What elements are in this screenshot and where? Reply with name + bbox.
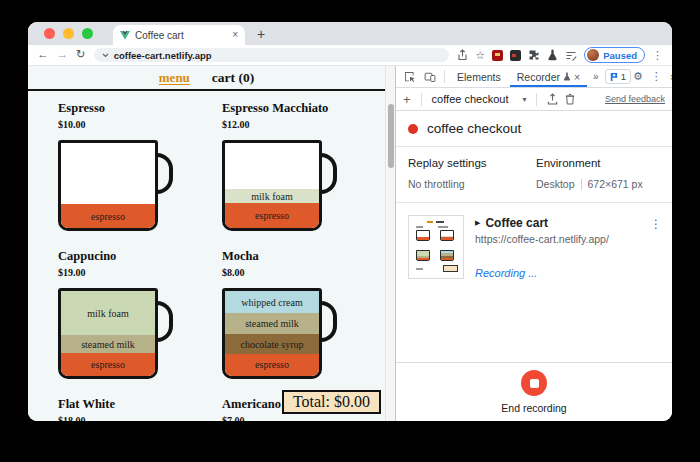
bookmark-star-icon[interactable]: ☆ xyxy=(475,49,485,62)
environment-label: Environment xyxy=(536,157,660,169)
cup-handle-icon xyxy=(155,301,173,342)
devtools-controls: ⚙ ⋮ × xyxy=(633,70,672,83)
cup-handle-icon xyxy=(155,153,173,194)
send-feedback-link[interactable]: Send feedback xyxy=(605,94,665,104)
tab-close-icon[interactable]: × xyxy=(232,30,238,40)
new-tab-button[interactable]: + xyxy=(257,27,265,41)
step-title: Coffee cart xyxy=(485,216,548,230)
devtools-settings-icon[interactable]: ⚙ xyxy=(633,70,643,83)
url-bar[interactable]: coffee-cart.netlify.app xyxy=(94,48,450,62)
recorder-footer: End recording xyxy=(396,362,672,421)
coffee-cup[interactable]: whipped creamsteamed milkchocolate syrup… xyxy=(222,288,322,379)
mini-cup xyxy=(416,250,430,261)
nav-menu-link[interactable]: menu xyxy=(159,70,190,86)
thumb-total-chip xyxy=(443,265,458,272)
cup-body: whipped creamsteamed milkchocolate syrup… xyxy=(222,288,322,379)
menu-item[interactable]: Flat White $18.00 xyxy=(58,397,222,421)
recorder-toolbar: + coffee checkout ▾ Send feedback xyxy=(396,88,672,111)
browser-menu-icon[interactable]: ⋮ xyxy=(652,49,663,62)
devtools-panel: Elements Recorder × » 1 ⚙ xyxy=(395,66,672,421)
browser-window: Coffee cart × + ← → ↻ coffee-cart.netlif… xyxy=(28,22,672,421)
extension-red-icon[interactable] xyxy=(492,50,503,61)
thumb-decoration xyxy=(436,221,444,223)
tab-elements[interactable]: Elements xyxy=(450,66,508,87)
cup-layer: milk foam xyxy=(61,291,155,335)
forward-button[interactable]: → xyxy=(57,49,69,61)
share-icon[interactable] xyxy=(457,49,468,61)
cup-layer: espresso xyxy=(61,353,155,376)
menu-item[interactable]: Espresso Macchiato $12.00 milk foamespre… xyxy=(222,101,385,249)
recording-select[interactable]: coffee checkout ▾ xyxy=(432,93,527,105)
issues-counter[interactable]: 1 xyxy=(605,69,631,84)
cup-layer: steamed milk xyxy=(61,335,155,353)
coffee-cup[interactable]: milk foamespresso xyxy=(222,140,322,231)
item-price: $7.00 xyxy=(222,414,385,421)
recording-dot-icon xyxy=(408,124,418,134)
export-recording-icon[interactable] xyxy=(547,93,558,105)
browser-tab[interactable]: Coffee cart × xyxy=(113,25,245,45)
thumb-decoration xyxy=(438,226,448,228)
thumb-decoration xyxy=(416,268,423,270)
coffee-cup[interactable]: espresso xyxy=(58,140,158,231)
replay-settings-group[interactable]: Replay settings No throttling xyxy=(408,157,536,190)
add-recording-button[interactable]: + xyxy=(403,93,411,106)
delete-recording-icon[interactable] xyxy=(565,93,575,105)
devtools-close-icon[interactable]: × xyxy=(670,71,672,83)
divider xyxy=(581,179,582,190)
item-name: Espresso xyxy=(58,101,222,116)
divider xyxy=(444,70,445,83)
profile-paused-badge[interactable]: Paused xyxy=(584,47,645,63)
device-toolbar-icon[interactable] xyxy=(421,71,439,83)
cup-body: espresso xyxy=(58,140,158,231)
issues-flag-icon xyxy=(610,73,618,81)
tab-recorder[interactable]: Recorder × xyxy=(510,66,587,87)
reload-button[interactable]: ↻ xyxy=(76,49,86,61)
cup-layer: espresso xyxy=(225,203,319,228)
page-scrollbar[interactable] xyxy=(385,66,395,421)
extension-dark-icon[interactable] xyxy=(510,50,521,61)
scrollbar-thumb[interactable] xyxy=(388,104,394,168)
cup-layer: espresso xyxy=(225,354,319,376)
thumb-decoration xyxy=(416,226,423,228)
window-content: menu cart (0) Espresso $10.00 espresso E… xyxy=(28,66,672,421)
window-minimize-button[interactable] xyxy=(63,28,74,39)
recording-settings: Replay settings No throttling Environmen… xyxy=(396,147,672,203)
url-text: coffee-cart.netlify.app xyxy=(114,50,212,61)
replay-settings-label: Replay settings xyxy=(408,157,536,169)
divider xyxy=(536,93,537,106)
tab-title: Coffee cart xyxy=(135,30,227,41)
menu-item[interactable]: Mocha $8.00 whipped creamsteamed milkcho… xyxy=(222,249,385,397)
coffee-cup[interactable]: milk foamsteamed milkespresso xyxy=(58,288,158,379)
environment-value: Desktop 672×671 px xyxy=(536,178,660,190)
environment-group[interactable]: Environment Desktop 672×671 px xyxy=(536,157,660,190)
notes-extension-icon[interactable] xyxy=(565,50,577,61)
chevron-down-icon: ▾ xyxy=(522,95,526,104)
inspect-element-icon[interactable] xyxy=(401,71,419,83)
cup-body: milk foamespresso xyxy=(222,140,322,231)
site-info-chevron-icon[interactable] xyxy=(102,53,109,58)
step-menu-icon[interactable]: ⋮ xyxy=(650,215,662,362)
more-tabs-icon[interactable]: » xyxy=(589,71,603,82)
flask-extension-icon[interactable] xyxy=(547,49,558,61)
devtools-tab-bar: Elements Recorder × » 1 ⚙ xyxy=(396,66,672,88)
recorder-tab-close-icon[interactable]: × xyxy=(574,71,580,83)
browser-toolbar: ← → ↻ coffee-cart.netlify.app ☆ xyxy=(28,45,672,66)
extensions-puzzle-icon[interactable] xyxy=(528,49,540,61)
devtools-menu-icon[interactable]: ⋮ xyxy=(651,70,662,83)
item-name: Flat White xyxy=(58,397,222,412)
cup-body: milk foamsteamed milkespresso xyxy=(58,288,158,379)
step-expand-icon[interactable]: ▶ xyxy=(475,219,480,227)
menu-item[interactable]: Espresso $10.00 espresso xyxy=(58,101,222,249)
stop-recording-button[interactable] xyxy=(521,370,547,396)
total-button[interactable]: Total: $0.00 xyxy=(282,390,381,414)
back-button[interactable]: ← xyxy=(37,49,49,61)
recording-header: coffee checkout xyxy=(396,111,672,147)
nav-cart-link[interactable]: cart (0) xyxy=(212,70,254,86)
replay-settings-value: No throttling xyxy=(408,178,536,190)
menu-item[interactable]: Cappucino $19.00 milk foamsteamed milkes… xyxy=(58,249,222,397)
item-name: Espresso Macchiato xyxy=(222,101,385,116)
recording-step[interactable]: ▶ Coffee cart https://coffee-cart.netlif… xyxy=(396,203,672,362)
window-close-button[interactable] xyxy=(44,28,55,39)
divider xyxy=(421,93,422,106)
window-zoom-button[interactable] xyxy=(82,28,93,39)
